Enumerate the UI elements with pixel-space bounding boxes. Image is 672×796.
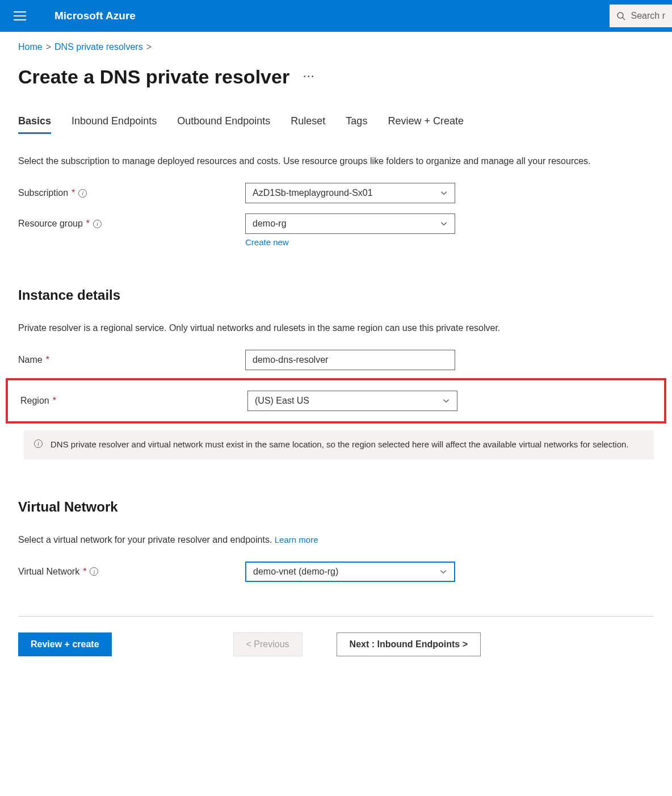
vnet-label: Virtual Network * i [18,567,245,577]
required-asterisk: * [86,219,90,229]
name-input[interactable]: demo-dns-resolver [245,350,455,370]
tab-review-create[interactable]: Review + Create [388,115,464,133]
chevron-right-icon: > [146,42,152,52]
more-actions-icon[interactable]: ··· [303,71,315,83]
vnet-select[interactable]: demo-vnet (demo-rg) [245,562,455,582]
divider [18,616,654,617]
region-info-banner: i DNS private resolver and virtual netwo… [24,430,654,459]
breadcrumb-resolvers[interactable]: DNS private resolvers [54,42,143,52]
resource-group-select[interactable]: demo-rg [245,213,455,234]
create-new-link[interactable]: Create new [245,237,289,247]
required-asterisk: * [46,355,49,365]
info-icon[interactable]: i [90,567,98,576]
instance-details-heading: Instance details [18,287,654,303]
hamburger-menu-icon[interactable] [14,9,27,23]
virtual-network-heading: Virtual Network [18,499,654,515]
chevron-down-icon [439,568,447,576]
subscription-select[interactable]: AzD1Sb-tmeplayground-Sx01 [245,183,455,203]
chevron-down-icon [442,397,450,405]
svg-line-1 [623,18,625,20]
brand-label: Microsoft Azure [54,10,136,22]
search-icon [616,11,625,20]
breadcrumb: Home > DNS private resolvers > [18,42,654,52]
next-button[interactable]: Next : Inbound Endpoints > [337,632,481,656]
subscription-row: Subscription * i AzD1Sb-tmeplayground-Sx… [18,183,654,203]
region-label: Region * [20,396,247,406]
chevron-down-icon [440,220,448,228]
region-value: (US) East US [255,396,309,406]
chevron-down-icon [440,189,448,197]
page-title: Create a DNS private resolver ··· [18,66,654,88]
global-search[interactable]: Search r [610,5,672,27]
learn-more-link[interactable]: Learn more [275,535,318,544]
review-create-button[interactable]: Review + create [18,632,112,656]
tab-tags[interactable]: Tags [346,115,367,133]
required-asterisk: * [83,567,86,577]
region-row: Region * (US) East US [20,391,652,411]
resource-group-label: Resource group * i [18,219,245,229]
info-icon: i [34,439,43,448]
basics-description: Select the subscription to manage deploy… [18,154,654,168]
search-placeholder: Search r [631,11,665,21]
breadcrumb-home[interactable]: Home [18,42,43,52]
page-title-text: Create a DNS private resolver [18,66,289,88]
subscription-value: AzD1Sb-tmeplayground-Sx01 [253,188,373,198]
tab-inbound-endpoints[interactable]: Inbound Endpoints [72,115,157,133]
resource-group-row: Resource group * i demo-rg [18,213,654,234]
top-bar: Microsoft Azure Search r [0,0,672,32]
name-row: Name * demo-dns-resolver [18,350,654,370]
vnet-value: demo-vnet (demo-rg) [253,567,338,577]
resource-group-value: demo-rg [253,219,287,229]
vnet-row: Virtual Network * i demo-vnet (demo-rg) [18,562,654,582]
info-icon[interactable]: i [93,220,102,228]
required-asterisk: * [53,396,56,406]
region-highlight-box: Region * (US) East US [6,378,666,424]
footer-actions: Review + create < Previous Next : Inboun… [18,632,654,656]
region-info-text: DNS private resolver and virtual network… [51,438,629,451]
previous-button: < Previous [233,632,303,656]
virtual-network-description: Select a virtual network for your privat… [18,533,654,547]
info-icon[interactable]: i [78,189,87,198]
subscription-label: Subscription * i [18,188,245,198]
name-value: demo-dns-resolver [253,355,328,365]
tabs: Basics Inbound Endpoints Outbound Endpoi… [18,115,654,133]
tab-outbound-endpoints[interactable]: Outbound Endpoints [177,115,270,133]
tab-basics[interactable]: Basics [18,115,51,133]
name-label: Name * [18,355,245,365]
chevron-right-icon: > [46,42,51,52]
instance-details-description: Private resolver is a regional service. … [18,321,654,335]
tab-ruleset[interactable]: Ruleset [291,115,325,133]
region-select[interactable]: (US) East US [247,391,457,411]
svg-point-0 [618,12,623,18]
required-asterisk: * [72,188,75,198]
